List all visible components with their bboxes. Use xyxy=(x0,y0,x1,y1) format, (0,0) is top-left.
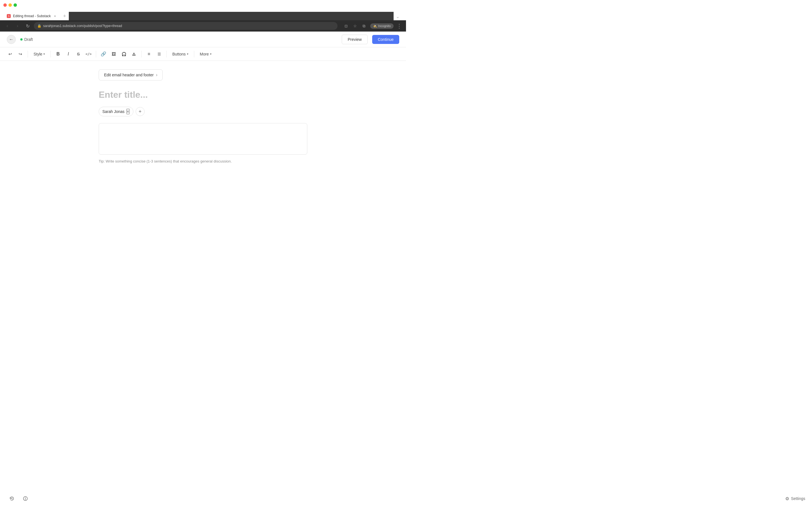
buttons-chevron-icon: ▾ xyxy=(187,52,188,55)
tab-close-button[interactable]: × xyxy=(53,14,57,18)
tab-bar: S Editing thread - Substack × + ⌄ xyxy=(0,10,406,20)
style-chevron-icon: ▾ xyxy=(43,52,45,55)
traffic-lights xyxy=(3,3,17,7)
close-window-button[interactable] xyxy=(3,3,7,7)
formatting-toolbar: ↩ ↪ Style ▾ B I S </> 🔗 🖼 🎧 ≡ ≣ Buttons … xyxy=(0,47,406,61)
chevron-right-icon: › xyxy=(156,72,157,77)
active-tab[interactable]: S Editing thread - Substack × xyxy=(3,12,60,20)
tab-favicon: S xyxy=(7,14,11,18)
undo-button[interactable]: ↩ xyxy=(6,50,15,59)
address-bar: ‹ › ↻ 🔒 sarahjonas1.substack.com/publish… xyxy=(0,20,406,32)
draft-dot xyxy=(20,38,22,41)
more-label: More xyxy=(200,52,209,56)
url-input[interactable]: 🔒 sarahjonas1.substack.com/publish/post?… xyxy=(34,22,338,30)
more-dropdown[interactable]: More ▾ xyxy=(197,51,214,57)
toolbar-divider-3 xyxy=(96,51,96,57)
edit-email-header-button[interactable]: Edit email header and footer › xyxy=(99,69,163,80)
bookmark-icon[interactable]: ☆ xyxy=(351,22,359,30)
back-to-dashboard-button[interactable]: ← xyxy=(7,35,16,44)
browser-chrome: S Editing thread - Substack × + ⌄ ‹ › ↻ … xyxy=(0,0,406,32)
code-button[interactable]: </> xyxy=(84,50,93,59)
strikethrough-button[interactable]: S xyxy=(74,50,83,59)
toolbar-divider-4 xyxy=(141,51,142,57)
incognito-label: Incognito xyxy=(378,24,391,27)
redo-button[interactable]: ↪ xyxy=(16,50,25,59)
preview-button[interactable]: Preview xyxy=(342,35,368,44)
image-button[interactable]: 🖼 xyxy=(109,50,118,59)
buttons-dropdown[interactable]: Buttons ▾ xyxy=(169,51,191,57)
toolbar-divider-2 xyxy=(50,51,51,57)
new-tab-button[interactable]: + xyxy=(60,12,69,20)
editor-main: Edit email header and footer › Sarah Jon… xyxy=(99,61,307,172)
minimize-window-button[interactable] xyxy=(8,3,12,7)
back-button[interactable]: ‹ xyxy=(3,22,11,30)
svg-rect-0 xyxy=(132,55,136,55)
more-chevron-icon: ▾ xyxy=(210,52,211,55)
ordered-list-button[interactable]: ≣ xyxy=(154,50,163,59)
forward-button[interactable]: › xyxy=(13,22,21,30)
toolbar-divider-1 xyxy=(28,51,28,57)
toolbar-divider-6 xyxy=(194,51,194,57)
author-name: Sarah Jonas xyxy=(102,109,124,114)
browser-menu-button[interactable]: ⋮ xyxy=(396,22,403,29)
italic-button[interactable]: I xyxy=(64,50,73,59)
style-dropdown[interactable]: Style ▾ xyxy=(31,51,48,57)
lock-icon: 🔒 xyxy=(37,24,42,28)
title-input[interactable] xyxy=(99,90,307,100)
authors-row: Sarah Jonas × + xyxy=(99,107,307,116)
remove-author-button[interactable]: × xyxy=(126,109,130,114)
toolbar-divider-5 xyxy=(166,51,167,57)
buttons-label: Buttons xyxy=(172,52,186,56)
bullet-list-button[interactable]: ≡ xyxy=(144,50,153,59)
split-screen-icon[interactable]: ⧉ xyxy=(360,22,368,30)
browser-actions: ⊡ ☆ ⧉ xyxy=(342,22,368,30)
maximize-window-button[interactable] xyxy=(13,3,17,7)
cast-icon[interactable]: ⊡ xyxy=(342,22,350,30)
browser-titlebar xyxy=(0,0,406,10)
reload-button[interactable]: ↻ xyxy=(24,22,32,30)
app-header: ← Draft Preview Continue xyxy=(0,32,406,47)
tab-title: Editing thread - Substack xyxy=(13,14,51,18)
body-textarea[interactable] xyxy=(99,123,307,155)
tip-text: Tip: Write something concise (1-3 senten… xyxy=(99,159,307,163)
incognito-icon: 🕵 xyxy=(373,24,377,28)
url-text: sarahjonas1.substack.com/publish/post?ty… xyxy=(43,24,122,28)
incognito-badge: 🕵 Incognito xyxy=(370,23,394,29)
draft-label: Draft xyxy=(24,37,33,42)
add-author-button[interactable]: + xyxy=(136,107,145,116)
audio-button[interactable]: 🎧 xyxy=(119,50,128,59)
bold-button[interactable]: B xyxy=(54,50,63,59)
author-tag: Sarah Jonas × xyxy=(99,107,133,116)
style-label: Style xyxy=(34,52,42,56)
continue-button[interactable]: Continue xyxy=(372,35,399,44)
edit-header-label: Edit email header and footer xyxy=(104,73,154,77)
link-button[interactable]: 🔗 xyxy=(99,50,108,59)
highlight-button[interactable] xyxy=(130,50,139,59)
draft-status: Draft xyxy=(20,37,33,42)
